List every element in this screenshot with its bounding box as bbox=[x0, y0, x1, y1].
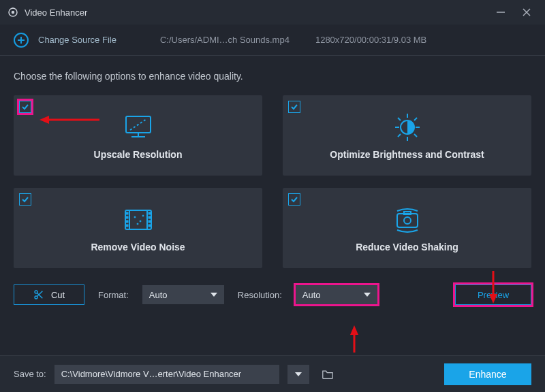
save-to-label: Save to: bbox=[14, 369, 46, 379]
chevron-down-icon bbox=[295, 372, 302, 376]
open-folder-button[interactable] bbox=[317, 365, 338, 384]
svg-rect-26 bbox=[126, 220, 128, 223]
app-logo-icon bbox=[7, 6, 19, 18]
cut-button[interactable]: Cut bbox=[14, 284, 84, 305]
svg-point-1 bbox=[12, 11, 15, 14]
svg-point-34 bbox=[137, 223, 138, 225]
chevron-down-icon bbox=[364, 293, 371, 297]
svg-point-33 bbox=[140, 220, 141, 222]
svg-point-32 bbox=[134, 216, 136, 218]
svg-line-19 bbox=[398, 134, 401, 137]
svg-rect-24 bbox=[126, 212, 128, 214]
enhance-label: Enhance bbox=[469, 369, 506, 380]
brightness-icon bbox=[391, 111, 424, 144]
svg-point-2 bbox=[12, 7, 14, 9]
svg-line-20 bbox=[414, 118, 417, 120]
save-path-value: C:\Vidmore\Vidmore V…erter\Video Enhance… bbox=[61, 369, 241, 379]
card-label: Reduce Video Shaking bbox=[356, 242, 458, 252]
svg-point-37 bbox=[404, 217, 411, 224]
source-path: C:/Users/ADMI…ch Sounds.mp4 bbox=[160, 35, 290, 45]
enhance-button[interactable]: Enhance bbox=[444, 363, 531, 385]
svg-point-35 bbox=[142, 215, 144, 216]
monitor-icon bbox=[122, 111, 155, 144]
svg-point-40 bbox=[35, 296, 37, 299]
save-path-dropdown[interactable] bbox=[287, 365, 309, 384]
change-source-button[interactable]: Change Source File bbox=[38, 35, 116, 45]
filmstrip-icon bbox=[123, 203, 154, 236]
add-source-icon[interactable] bbox=[14, 33, 29, 48]
checkbox-noise[interactable] bbox=[19, 193, 31, 206]
format-value: Auto bbox=[149, 290, 168, 300]
svg-rect-27 bbox=[126, 225, 128, 227]
svg-rect-30 bbox=[149, 220, 151, 223]
resolution-select[interactable]: Auto bbox=[296, 285, 377, 304]
format-label: Format: bbox=[98, 290, 129, 300]
svg-rect-31 bbox=[149, 225, 151, 227]
cut-label: Cut bbox=[51, 290, 65, 300]
svg-marker-47 bbox=[350, 325, 358, 335]
minimize-button[interactable] bbox=[495, 6, 507, 18]
svg-rect-29 bbox=[149, 216, 151, 218]
svg-line-9 bbox=[130, 119, 146, 130]
checkbox-brightness[interactable] bbox=[288, 101, 300, 113]
svg-rect-36 bbox=[397, 214, 418, 227]
camera-shake-icon bbox=[390, 203, 424, 236]
card-upscale-resolution[interactable]: Upscale Resolution bbox=[14, 95, 262, 176]
chevron-down-icon bbox=[211, 293, 217, 297]
checkbox-shake[interactable] bbox=[288, 193, 300, 206]
svg-line-18 bbox=[414, 134, 417, 137]
scissors-icon bbox=[33, 289, 44, 300]
resolution-value: Auto bbox=[302, 290, 321, 300]
checkbox-upscale[interactable] bbox=[19, 101, 31, 113]
window-title: Video Enhancer bbox=[25, 7, 87, 18]
preview-button[interactable]: Preview bbox=[455, 284, 531, 305]
card-label: Upscale Resolution bbox=[94, 149, 183, 160]
card-remove-noise[interactable]: Remove Video Noise bbox=[14, 188, 262, 268]
page-description: Choose the following options to enhance … bbox=[0, 56, 545, 88]
card-label: Optimize Brightness and Contrast bbox=[330, 149, 484, 160]
annotation-arrow-icon bbox=[349, 325, 360, 355]
source-meta: 1280x720/00:00:31/9.03 MB bbox=[315, 35, 426, 45]
format-select[interactable]: Auto bbox=[142, 285, 224, 304]
svg-rect-28 bbox=[149, 212, 151, 214]
resolution-label: Resolution: bbox=[238, 290, 282, 300]
card-optimize-brightness[interactable]: Optimize Brightness and Contrast bbox=[283, 95, 531, 176]
save-path-field[interactable]: C:\Vidmore\Vidmore V…erter\Video Enhance… bbox=[54, 365, 279, 384]
card-reduce-shaking[interactable]: Reduce Video Shaking bbox=[283, 188, 531, 268]
card-label: Remove Video Noise bbox=[91, 242, 185, 252]
svg-line-17 bbox=[398, 118, 401, 120]
svg-point-39 bbox=[35, 291, 37, 293]
preview-label: Preview bbox=[478, 290, 509, 300]
close-button[interactable] bbox=[520, 6, 533, 18]
svg-rect-25 bbox=[126, 216, 128, 218]
